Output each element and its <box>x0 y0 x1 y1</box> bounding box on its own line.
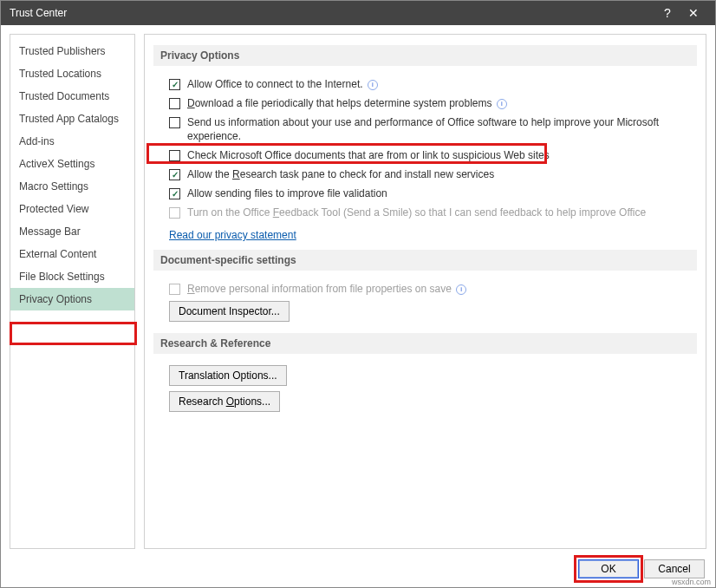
trust-center-dialog: Trust Center ? ✕ Trusted Publishers Trus… <box>0 0 716 588</box>
option-check-suspicious[interactable]: Check Microsoft Office documents that ar… <box>153 146 697 165</box>
content-panel: Privacy Options Allow Office to connect … <box>144 34 706 549</box>
window-title: Trust Center <box>10 7 654 19</box>
cancel-button[interactable]: Cancel <box>644 559 705 578</box>
checkbox-connect-internet[interactable] <box>169 79 180 90</box>
sidebar-item-trusted-publishers[interactable]: Trusted Publishers <box>10 40 134 62</box>
info-icon[interactable] <box>456 284 466 295</box>
sidebar-item-activex-settings[interactable]: ActiveX Settings <box>10 153 134 175</box>
sidebar-item-privacy-options[interactable]: Privacy Options <box>10 288 134 310</box>
privacy-options-header: Privacy Options <box>153 45 697 66</box>
checkbox-send-info[interactable] <box>169 117 180 128</box>
titlebar: Trust Center ? ✕ <box>1 1 715 25</box>
sidebar-item-macro-settings[interactable]: Macro Settings <box>10 175 134 198</box>
option-connect-internet[interactable]: Allow Office to connect to the Internet. <box>153 75 697 94</box>
sidebar-item-add-ins[interactable]: Add-ins <box>10 130 134 153</box>
privacy-statement-link[interactable]: Read our privacy statement <box>153 222 312 250</box>
checkbox-download-file[interactable] <box>169 98 180 109</box>
sidebar: Trusted Publishers Trusted Locations Tru… <box>10 34 135 549</box>
document-specific-header: Document-specific settings <box>153 250 697 271</box>
sidebar-item-message-bar[interactable]: Message Bar <box>10 220 134 243</box>
sidebar-item-protected-view[interactable]: Protected View <box>10 198 134 220</box>
sidebar-item-trusted-documents[interactable]: Trusted Documents <box>10 85 134 108</box>
label-research-pane: Allow the Research task pane to check fo… <box>187 167 681 181</box>
checkbox-allow-sending-files[interactable] <box>169 188 180 199</box>
document-inspector-button[interactable]: Document Inspector... <box>169 301 290 322</box>
checkbox-check-suspicious[interactable] <box>169 150 180 161</box>
option-research-pane[interactable]: Allow the Research task pane to check fo… <box>153 165 697 184</box>
checkbox-remove-personal-info <box>169 284 180 295</box>
label-send-info: Send us information about your use and p… <box>187 115 681 143</box>
option-download-file[interactable]: Download a file periodically that helps … <box>153 94 697 113</box>
research-reference-header: Research & Reference <box>153 333 697 354</box>
sidebar-item-trusted-app-catalogs[interactable]: Trusted App Catalogs <box>10 108 134 130</box>
option-remove-personal-info: Remove personal information from file pr… <box>153 279 697 298</box>
label-allow-sending-files: Allow sending files to improve file vali… <box>187 186 681 200</box>
ok-button[interactable]: OK <box>578 559 639 578</box>
translation-options-button[interactable]: Translation Options... <box>169 365 287 386</box>
info-icon[interactable] <box>368 80 378 90</box>
help-button[interactable]: ? <box>654 6 680 20</box>
close-button[interactable]: ✕ <box>680 6 706 20</box>
label-remove-personal-info: Remove personal information from file pr… <box>187 282 681 296</box>
checkbox-research-pane[interactable] <box>169 169 180 180</box>
label-download-file: Download a file periodically that helps … <box>187 96 681 110</box>
option-feedback-tool: Turn on the Office Feedback Tool (Send a… <box>153 203 697 222</box>
info-icon[interactable] <box>497 99 507 109</box>
option-allow-sending-files[interactable]: Allow sending files to improve file vali… <box>153 184 697 203</box>
sidebar-item-file-block-settings[interactable]: File Block Settings <box>10 265 134 288</box>
sidebar-item-trusted-locations[interactable]: Trusted Locations <box>10 62 134 85</box>
checkbox-feedback-tool <box>169 207 180 219</box>
label-connect-internet: Allow Office to connect to the Internet. <box>187 77 681 91</box>
research-options-button[interactable]: Research Options... <box>169 391 280 412</box>
label-feedback-tool: Turn on the Office Feedback Tool (Send a… <box>187 206 681 219</box>
highlight-sidebar <box>10 322 137 345</box>
dialog-footer: OK Cancel <box>1 554 715 587</box>
label-check-suspicious: Check Microsoft Office documents that ar… <box>187 148 681 162</box>
watermark-text: wsxdn.com <box>672 578 711 586</box>
option-send-info[interactable]: Send us information about your use and p… <box>153 113 697 146</box>
sidebar-item-external-content[interactable]: External Content <box>10 243 134 265</box>
